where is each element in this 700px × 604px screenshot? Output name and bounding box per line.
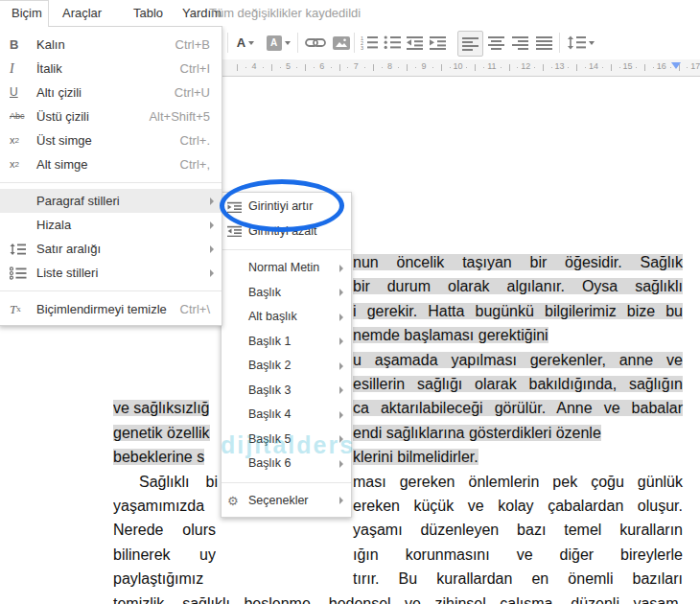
submenu-arrow-icon — [339, 337, 343, 345]
menu-item-girintiyi-artir[interactable]: Girintiyi artır — [222, 195, 351, 220]
bulleted-list-button[interactable] — [382, 31, 403, 55]
submenu-arrow-icon — [339, 362, 343, 370]
right-indent-marker[interactable] — [671, 62, 681, 69]
menu-item-kalin[interactable]: B Kalın Ctrl+B — [0, 33, 222, 57]
toolbar-separator — [297, 33, 298, 53]
indent-increase-icon — [430, 35, 447, 50]
submenu-arrow-icon — [210, 269, 214, 277]
decrease-indent-button[interactable] — [405, 31, 426, 55]
menu-item-baslik-1[interactable]: Başlık 1 — [222, 330, 351, 355]
menu-item-baslik-6[interactable]: Başlık 6 — [222, 452, 351, 476]
ruler-number: 7 — [348, 61, 363, 71]
doc-line: nemde başlaması gerektiğini — [353, 325, 548, 345]
menu-item-baslik-2[interactable]: Başlık 2 — [222, 354, 351, 379]
menu-item-liste-stilleri[interactable]: Liste stilleri — [0, 261, 222, 285]
doc-line: ereken küçük ve kolay çabalardan oluşur. — [353, 496, 683, 516]
menubar-item-araclar[interactable]: Araçlar — [57, 0, 107, 26]
submenu-arrow-icon — [210, 245, 214, 253]
doc-line: ve sağlıksızlığ — [113, 398, 219, 418]
menubar-item-tablo[interactable]: Tablo — [128, 0, 169, 26]
menubar: Biçim Araçlar Tablo Yardım Tüm değişikli… — [0, 0, 700, 26]
menu-item-ustu-cizili[interactable]: Abc Üstü çizili Alt+Shift+5 — [0, 105, 222, 128]
align-left-button[interactable] — [457, 31, 483, 57]
toolbar-separator — [354, 33, 355, 53]
menu-item-alt-simge[interactable]: x2 Alt simge Ctrl+, — [0, 152, 222, 176]
menubar-item-bicim[interactable]: Biçim — [6, 0, 48, 26]
ruler-number: 11 — [484, 61, 500, 71]
align-right-icon — [512, 35, 528, 50]
text-color-icon: A — [237, 37, 245, 48]
toolbar-separator — [559, 33, 560, 53]
doc-line: bilinerek uy — [113, 545, 216, 565]
ruler-number: 5 — [280, 61, 295, 71]
menu-item-baslik-4[interactable]: Başlık 4 — [222, 403, 351, 428]
submenu-arrow-icon — [339, 411, 343, 419]
align-center-button[interactable] — [485, 31, 506, 55]
menu-item-secenekler[interactable]: ⚙ Seçenekler — [222, 489, 351, 514]
increase-indent-button[interactable] — [428, 31, 449, 55]
ruler-number: 14 — [586, 61, 601, 71]
menu-item-hizala[interactable]: Hizala — [0, 213, 222, 237]
align-right-button[interactable] — [509, 31, 530, 55]
ruler-number: 13 — [552, 61, 568, 71]
menu-item-baslik-5[interactable]: Başlık 5 — [222, 428, 351, 453]
align-left-icon — [462, 36, 478, 51]
paragraph-styles-submenu: Girintiyi artır Girintiyi azalt Normal M… — [221, 192, 352, 518]
chevron-down-icon — [589, 41, 595, 45]
doc-line: yaşamı düzenleyen bazı temel kuralların — [353, 520, 683, 540]
numbered-list-icon: 1 2 3 — [361, 35, 378, 50]
menu-item-italik[interactable]: I İtalik Ctrl+I — [0, 57, 222, 81]
strikethrough-icon: Abc — [10, 105, 33, 128]
doc-line: Sağlıklı bi — [139, 472, 218, 492]
menu-item-paragraf-stilleri[interactable]: Paragraf stilleri — [0, 189, 222, 213]
doc-line: u aşamada yapılması gerekenler, anne ve — [353, 350, 683, 370]
clear-formatting-icon: Tx — [10, 297, 33, 321]
submenu-arrow-icon — [339, 497, 343, 504]
ruler-number: 16 — [654, 61, 669, 71]
numbered-list-button[interactable]: 1 2 3 — [359, 31, 380, 55]
align-justify-button[interactable] — [533, 31, 554, 55]
menu-item-baslik[interactable]: Başlık — [222, 281, 351, 306]
doc-line: ması gereken önlemlerin pek çoğu günlük — [353, 472, 683, 492]
menu-separator — [0, 290, 222, 291]
submenu-arrow-icon — [339, 265, 343, 272]
submenu-arrow-icon — [339, 386, 343, 394]
align-justify-icon — [536, 35, 552, 50]
indent-decrease-icon — [227, 220, 246, 244]
align-center-icon — [488, 35, 504, 50]
line-spacing-icon — [567, 35, 586, 50]
doc-line: esillerin sağlığı olarak bakıldığında, s… — [353, 374, 683, 394]
menu-separator — [222, 249, 351, 250]
submenu-arrow-icon — [210, 197, 214, 205]
submenu-arrow-icon — [339, 435, 343, 443]
line-spacing-button[interactable] — [565, 31, 595, 55]
menu-item-baslik-3[interactable]: Başlık 3 — [222, 379, 351, 404]
doc-line: genetik özellik — [113, 423, 219, 443]
underline-icon: U — [10, 81, 33, 105]
ruler-number: 8 — [383, 61, 398, 71]
menu-item-bicimlendirmeyi-temizle[interactable]: Tx Biçimlendirmeyi temizle Ctrl+\ — [0, 297, 222, 321]
highlight-color-button[interactable]: A — [265, 31, 292, 55]
menu-item-normal-metin[interactable]: Normal Metin — [222, 256, 351, 281]
menu-item-alti-cizili[interactable]: U Altı çizili Ctrl+U — [0, 81, 222, 105]
insert-image-button[interactable] — [330, 31, 353, 55]
chevron-down-icon — [285, 41, 291, 45]
menu-item-girintiyi-azalt[interactable]: Girintiyi azalt — [222, 220, 351, 244]
menu-separator — [222, 482, 351, 483]
menu-item-satir-araligi[interactable]: Satır aralığı — [0, 237, 222, 261]
text-color-button[interactable]: A — [232, 31, 259, 55]
doc-line: klerini bilmelidirler. — [353, 447, 478, 467]
toolbar-separator — [227, 33, 228, 53]
submenu-arrow-icon — [339, 314, 343, 321]
insert-link-button[interactable] — [303, 31, 328, 55]
svg-text:3: 3 — [361, 45, 363, 50]
ruler-number: 17 — [688, 61, 700, 71]
doc-line: i gerekir. Hatta bugünkü bilgilerimiz bi… — [353, 301, 683, 321]
doc-line: paylaştığımız — [113, 569, 219, 589]
indent-increase-icon — [227, 195, 246, 220]
menu-item-ust-simge[interactable]: x2 Üst simge Ctrl+. — [0, 128, 222, 152]
ruler-number: 6 — [315, 61, 330, 71]
menu-item-alt-baslik[interactable]: Alt başlık — [222, 305, 351, 330]
doc-line: ığın korunmasını ve diğer bireylerle — [353, 545, 683, 565]
list-styles-icon — [10, 261, 33, 285]
